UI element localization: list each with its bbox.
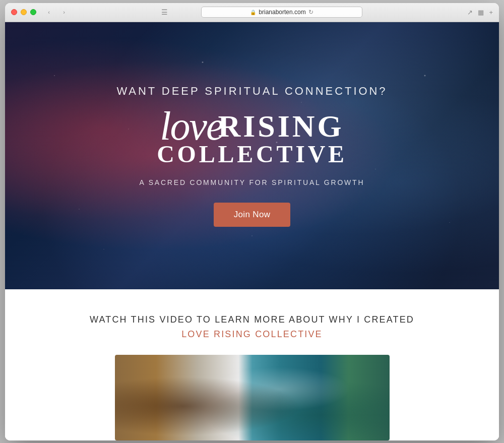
video-background (115, 355, 390, 440)
below-hero-section: Watch this video to Learn more about why… (5, 289, 499, 440)
logo-main-row: love RISING (160, 106, 344, 146)
menu-icon: ☰ (161, 8, 168, 16)
join-now-button[interactable]: Join Now (214, 203, 291, 227)
hero-section: Want Deep Spiritual Connection? love RIS… (5, 22, 499, 289)
refresh-icon[interactable]: ↻ (308, 9, 313, 16)
address-bar[interactable]: 🔒 brianaborten.com ↻ (201, 7, 362, 18)
new-tab-icon[interactable]: + (489, 9, 493, 16)
logo-rising-text: RISING (218, 110, 344, 142)
url-text: brianaborten.com (259, 9, 305, 16)
share-icon[interactable]: ↗ (467, 9, 473, 16)
maximize-button[interactable] (30, 9, 36, 15)
hero-content: Want Deep Spiritual Connection? love RIS… (116, 85, 387, 227)
watch-video-headline: Watch this video to Learn more about why… (15, 314, 489, 325)
browser-window: ‹ › ☰ 🔒 brianaborten.com ↻ ↗ ▦ + Want De… (5, 3, 499, 440)
hero-logo: love RISING COLLECTIVE (157, 106, 347, 166)
nav-buttons: ‹ › (42, 8, 71, 17)
window-controls-right: ↗ ▦ + (467, 9, 493, 16)
logo-collective-text: COLLECTIVE (157, 142, 347, 166)
minimize-button[interactable] (21, 9, 27, 15)
hero-subtitle: A Sacred Community for Spiritual Growth (140, 178, 365, 186)
forward-button[interactable]: › (57, 8, 71, 17)
hero-headline: Want Deep Spiritual Connection? (116, 85, 387, 98)
watch-video-subtitle: Love Rising Collective (15, 329, 489, 340)
traffic-lights (11, 9, 36, 15)
lock-icon: 🔒 (250, 10, 256, 15)
browser-titlebar: ‹ › ☰ 🔒 brianaborten.com ↻ ↗ ▦ + (5, 3, 499, 22)
close-button[interactable] (11, 9, 17, 15)
address-bar-container: 🔒 brianaborten.com ↻ (71, 7, 493, 18)
video-thumbnail[interactable] (115, 355, 390, 440)
page-content: Want Deep Spiritual Connection? love RIS… (5, 22, 499, 440)
logo-cursive-text: love (160, 106, 223, 146)
back-button[interactable]: ‹ (42, 8, 55, 17)
tabs-icon[interactable]: ▦ (478, 9, 484, 16)
